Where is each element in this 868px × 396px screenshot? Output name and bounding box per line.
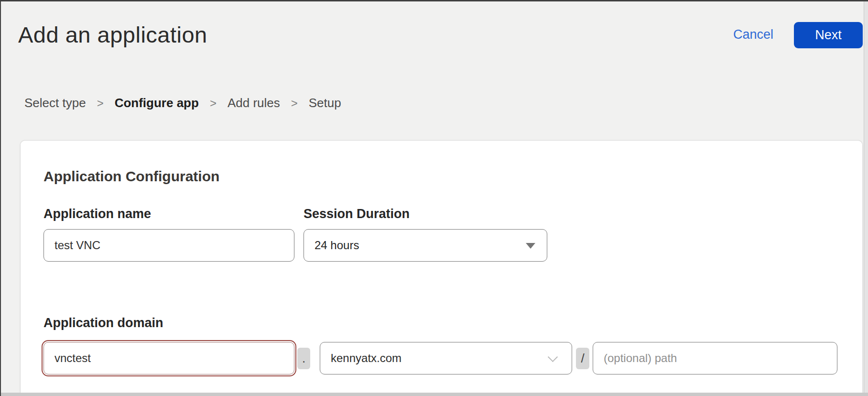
path-input[interactable] (593, 342, 837, 374)
application-name-label: Application name (43, 207, 151, 221)
section-title: Application Configuration (43, 168, 219, 185)
session-duration-select[interactable]: 24 hours (304, 229, 547, 262)
session-duration-label: Session Duration (304, 207, 410, 221)
domain-select-value: kennyatx.com (331, 352, 401, 365)
cancel-button[interactable]: Cancel (733, 27, 773, 42)
domain-dot-separator: . (297, 348, 310, 369)
breadcrumb-separator-icon: > (291, 97, 298, 110)
session-duration-value: 24 hours (315, 239, 359, 252)
caret-down-icon (526, 243, 535, 249)
page-title: Add an application (18, 22, 207, 48)
window-right-edge (864, 1, 868, 396)
domain-slash-separator: / (576, 348, 589, 369)
breadcrumb-separator-icon: > (97, 97, 104, 110)
add-application-window: Add an application Cancel Next Select ty… (0, 0, 868, 396)
next-button[interactable]: Next (794, 22, 863, 48)
domain-select[interactable]: kennyatx.com (320, 342, 572, 374)
breadcrumb-step-add-rules[interactable]: Add rules (228, 96, 280, 110)
chevron-down-icon (548, 352, 558, 362)
application-name-input[interactable] (43, 229, 294, 262)
breadcrumb-step-setup[interactable]: Setup (309, 96, 341, 110)
breadcrumb: Select type > Configure app > Add rules … (24, 96, 341, 110)
configuration-card: Application Configuration Application na… (20, 140, 863, 393)
breadcrumb-step-select-type[interactable]: Select type (24, 96, 86, 110)
application-domain-label: Application domain (43, 316, 163, 330)
breadcrumb-step-configure-app[interactable]: Configure app (115, 96, 199, 110)
subdomain-input[interactable] (43, 342, 294, 374)
breadcrumb-separator-icon: > (210, 97, 217, 110)
window-bottom-edge (1, 393, 868, 396)
